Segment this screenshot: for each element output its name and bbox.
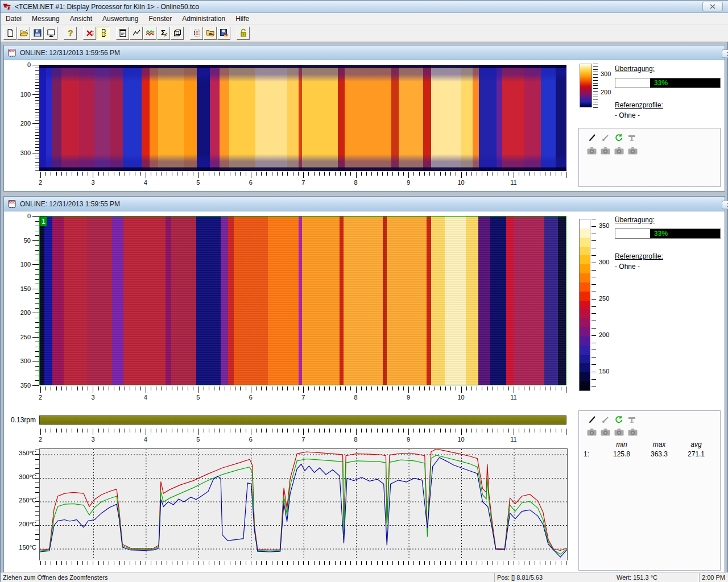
monitor-icon [47, 28, 56, 38]
paintbrush-icon[interactable] [588, 133, 597, 142]
3d-view-button[interactable] [171, 27, 184, 40]
load-profile-button[interactable] [204, 27, 217, 40]
camera-icon[interactable] [587, 428, 597, 436]
sigma-icon: Σ [159, 28, 168, 38]
probe-tool-icon[interactable] [627, 415, 636, 424]
camera-icon[interactable] [628, 147, 638, 155]
menu-ansicht[interactable]: Ansicht [65, 14, 97, 24]
temperature-colorbar [580, 64, 592, 107]
x-axis-labels: 234567891011 [39, 394, 566, 402]
temperature-scale-button[interactable] [97, 27, 110, 40]
statistics-button[interactable]: Σ [157, 27, 170, 40]
stats-header-avg: avg [678, 440, 714, 448]
thermal-image-2-texture [40, 217, 566, 385]
svg-text:?: ? [68, 28, 73, 38]
lock-button[interactable] [237, 27, 250, 40]
close-button[interactable] [702, 2, 723, 11]
svg-text:DOC: DOC [9, 49, 15, 53]
progress-fill [615, 78, 650, 88]
thermal-image-2[interactable]: 1 [39, 216, 566, 385]
new-file-button[interactable] [3, 27, 16, 40]
stats-header-max: max [640, 440, 678, 448]
x-axis-labels: 234567891011 [39, 179, 566, 187]
title-bar: <TCEM.NET #1: Display Processor for Kiln… [1, 1, 728, 13]
menu-fenster[interactable]: Fenster [143, 14, 177, 24]
open-folder-icon [19, 28, 28, 38]
tools-panel: min max avg 1: 125.8 363.3 271.1 [578, 410, 721, 571]
menu-auswertung[interactable]: Auswertung [97, 14, 143, 24]
colorbar-ticks [592, 219, 596, 392]
menu-administration[interactable]: Administration [177, 14, 230, 24]
chart-y-axis-labels: 350°C300°C250°C200°C150°C [9, 448, 36, 559]
multi-profile-view-button[interactable] [143, 27, 156, 40]
delete-measurement-button[interactable] [83, 27, 96, 40]
x-axis-ruler [39, 172, 566, 176]
rpm-axis-labels: 234567891011 [39, 436, 566, 444]
camera-icon[interactable] [601, 147, 610, 155]
camera-icon[interactable] [587, 147, 597, 155]
transfer-progress-bar: 33% [615, 228, 721, 239]
save-profile-button[interactable] [217, 27, 230, 40]
stats-max-value: 363.3 [640, 448, 678, 458]
y-axis-labels: 050100150200250300350 [16, 216, 31, 386]
delete-x-icon [85, 28, 94, 38]
document-icon: DOC [7, 48, 16, 57]
new-file-icon [6, 28, 15, 38]
thermometer-pen-icon[interactable] [601, 133, 610, 142]
progress-fill [615, 229, 650, 238]
transfer-label: Übertragung: [615, 216, 655, 224]
refresh-icon[interactable] [614, 415, 623, 424]
report-button[interactable] [116, 27, 129, 40]
svg-text:DOC: DOC [9, 201, 15, 204]
temperature-profile-chart[interactable] [39, 448, 568, 560]
profile-view-button[interactable] [130, 27, 143, 40]
camera-icon[interactable] [628, 428, 638, 436]
menu-messung[interactable]: Messung [27, 14, 65, 24]
stats-avg-value: 271.1 [678, 448, 714, 458]
options-list-button[interactable] [190, 27, 203, 40]
report-icon [118, 28, 127, 38]
probe-tool-icon[interactable] [627, 133, 636, 142]
save-file-button[interactable] [31, 27, 44, 40]
thermometer-pen-icon[interactable] [601, 415, 610, 424]
thermal-image-1[interactable] [39, 65, 566, 171]
refresh-icon[interactable] [614, 133, 623, 142]
child1-close-button[interactable] [722, 49, 728, 58]
save-profile-floppy-icon [220, 28, 229, 38]
open-file-button[interactable] [17, 27, 30, 40]
colorbar-ticks [593, 64, 598, 108]
chart-y-ruler [35, 450, 39, 544]
camera-icon[interactable] [614, 428, 624, 436]
child2-close-button[interactable] [722, 201, 728, 209]
transfer-label: Übertragung: [615, 65, 655, 73]
progress-percent: 33% [654, 79, 668, 87]
child2-title-bar[interactable]: DOC ONLINE: 12/31/2013 1:59:55 PM [4, 197, 725, 211]
child1-title-bar[interactable]: DOC ONLINE: 12/31/2013 1:59:56 PM [4, 45, 725, 60]
dotted-list-icon [192, 28, 201, 38]
chart-x-ruler [39, 561, 566, 565]
stats-table: min max avg 1: 125.8 363.3 271.1 [584, 440, 714, 458]
x-axis-ruler [39, 386, 566, 390]
child1-body: 0100200300 234567891011 300200 Übertragu… [5, 60, 724, 190]
stats-min-value: 125.8 [603, 448, 640, 458]
stats-row-label: 1: [584, 448, 603, 458]
camera-icon[interactable] [601, 428, 610, 436]
help-button[interactable]: ? [64, 27, 77, 40]
child2-body: 050100150200250300350 1 234567891011 0.1… [5, 211, 724, 572]
camera-icon[interactable] [614, 147, 624, 155]
cube-icon [173, 28, 182, 38]
toolbar: ? Σ [1, 24, 728, 42]
display-setup-button[interactable] [44, 27, 57, 40]
status-value: Wert: 151.3 °C [614, 573, 700, 582]
paintbrush-icon[interactable] [588, 415, 597, 424]
menu-hilfe[interactable]: Hilfe [230, 14, 254, 24]
stats-corner [584, 440, 603, 448]
lock-icon [239, 28, 248, 38]
window-title: <TCEM.NET #1: Display Processor for Kiln… [15, 3, 199, 11]
child1-title: ONLINE: 12/31/2013 1:59:56 PM [20, 49, 120, 57]
menu-datei[interactable]: Datei [1, 14, 27, 24]
y-axis-labels: 0100200300 [16, 65, 31, 173]
transfer-progress-bar: 33% [615, 78, 721, 88]
progress-percent: 33% [654, 230, 668, 238]
status-hint: Ziehen zum Öffnen des Zoomfensters [1, 573, 495, 582]
